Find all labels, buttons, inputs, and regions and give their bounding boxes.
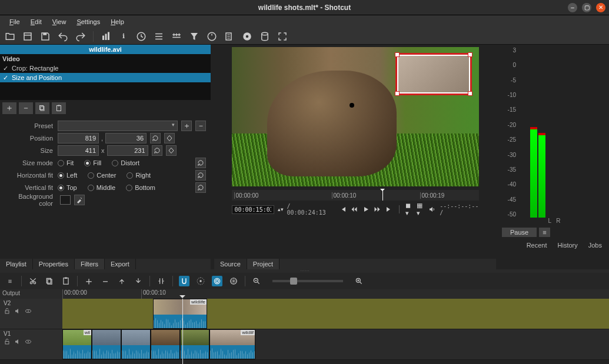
hide-icon[interactable] xyxy=(25,308,32,316)
preset-remove-button[interactable]: － xyxy=(195,121,206,131)
size-w-input[interactable] xyxy=(58,145,99,156)
hfit-reset-button[interactable] xyxy=(195,170,206,181)
skip-end-button[interactable] xyxy=(385,205,393,214)
filter-item-sizepos[interactable]: ✓ Size and Position xyxy=(0,73,211,82)
position-x-input[interactable] xyxy=(58,133,99,143)
lift-icon[interactable] xyxy=(117,276,127,286)
rewind-button[interactable] xyxy=(350,205,358,214)
lock-icon[interactable] xyxy=(4,338,11,346)
vfit-bottom-radio[interactable]: Bottom xyxy=(126,184,155,191)
hfit-center-radio[interactable]: Center xyxy=(88,172,116,179)
maximize-button[interactable]: ▢ xyxy=(582,3,591,12)
size-keyframe-button[interactable] xyxy=(166,145,177,156)
close-button[interactable]: ✕ xyxy=(596,3,605,12)
ripple-all-icon[interactable] xyxy=(228,276,239,286)
position-keyframe-button[interactable] xyxy=(164,133,175,143)
append-icon[interactable]: ＋ xyxy=(84,276,94,286)
hfit-left-radio[interactable]: Left xyxy=(58,172,77,179)
clip[interactable]: wil xyxy=(62,329,92,359)
menu-help[interactable]: Help xyxy=(106,17,129,26)
split-icon[interactable] xyxy=(156,276,167,286)
bgcolor-swatch[interactable] xyxy=(60,195,71,205)
filter-item-crop[interactable]: ✓ Crop: Rectangle xyxy=(0,64,211,73)
play-button[interactable] xyxy=(362,205,370,214)
undo-icon[interactable] xyxy=(58,31,68,42)
bgcolor-picker-button[interactable] xyxy=(74,195,85,205)
playlist-menu-button[interactable]: ≡ xyxy=(539,228,550,237)
paste-filter-button[interactable] xyxy=(52,102,66,114)
jobs-icon[interactable] xyxy=(259,31,270,42)
skip-start-button[interactable] xyxy=(339,205,347,214)
properties-icon[interactable]: ℹ xyxy=(118,31,129,42)
clip[interactable] xyxy=(180,329,209,359)
playhead-icon[interactable] xyxy=(382,190,383,201)
copy-filter-button[interactable] xyxy=(35,102,49,114)
tab-source[interactable]: Source xyxy=(214,259,247,269)
track-header[interactable]: V2 xyxy=(0,299,62,329)
minimize-button[interactable]: – xyxy=(568,3,577,12)
menu-edit[interactable]: Edit xyxy=(26,17,46,26)
vfit-top-radio[interactable]: Top xyxy=(58,184,77,191)
pause-button[interactable]: Pause xyxy=(502,228,537,237)
clip[interactable]: wildlif xyxy=(209,329,255,359)
clip[interactable]: wildlife xyxy=(153,299,207,329)
recent-icon[interactable] xyxy=(136,31,147,42)
filters-icon[interactable] xyxy=(189,31,199,42)
lock-icon[interactable] xyxy=(4,308,11,316)
history-icon[interactable] xyxy=(224,31,235,42)
open-other-icon[interactable] xyxy=(22,31,33,42)
cut-icon[interactable] xyxy=(28,276,38,286)
peak-meter-icon[interactable] xyxy=(101,31,111,42)
menu-file[interactable]: File xyxy=(5,17,25,26)
paste-icon[interactable] xyxy=(61,276,71,286)
redo-icon[interactable] xyxy=(75,31,86,42)
sizemode-fit-radio[interactable]: Fit xyxy=(58,159,74,166)
add-filter-button[interactable]: ＋ xyxy=(2,102,16,114)
scrub-icon[interactable] xyxy=(195,276,206,286)
preset-add-button[interactable]: ＋ xyxy=(181,121,192,131)
position-reset-button[interactable] xyxy=(150,133,161,143)
mute-icon[interactable] xyxy=(14,338,21,346)
hfit-right-radio[interactable]: Right xyxy=(127,172,151,179)
remove-filter-button[interactable]: － xyxy=(19,102,33,114)
clip[interactable] xyxy=(151,329,180,359)
sizemode-fill-radio[interactable]: Fill xyxy=(84,159,101,166)
snap-icon[interactable] xyxy=(179,276,189,286)
export-icon[interactable] xyxy=(242,31,252,42)
size-reset-button[interactable] xyxy=(152,145,162,156)
tab-jobs[interactable]: Jobs xyxy=(584,241,607,250)
tab-history[interactable]: History xyxy=(553,241,583,250)
tab-export[interactable]: Export xyxy=(105,259,136,269)
vfit-middle-radio[interactable]: Middle xyxy=(88,184,115,191)
sizemode-reset-button[interactable] xyxy=(195,158,206,168)
track-header[interactable]: V1 xyxy=(0,329,62,359)
track-lane[interactable]: wildlife xyxy=(62,299,609,329)
video-preview[interactable] xyxy=(232,47,479,186)
tab-filters[interactable]: Filters xyxy=(75,259,105,269)
size-h-input[interactable] xyxy=(107,145,148,156)
tab-properties[interactable]: Properties xyxy=(33,259,75,269)
preset-dropdown[interactable] xyxy=(58,121,178,131)
timecode-input[interactable] xyxy=(232,205,274,214)
fullscreen-icon[interactable] xyxy=(277,31,288,42)
hide-icon[interactable] xyxy=(25,338,32,346)
sizemode-distort-radio[interactable]: Distort xyxy=(112,159,139,166)
open-icon[interactable] xyxy=(5,31,15,42)
tab-playlist[interactable]: Playlist xyxy=(0,259,33,269)
menu-settings[interactable]: Settings xyxy=(72,17,105,26)
volume-button[interactable] xyxy=(428,205,437,214)
timeline-ruler[interactable]: Output 00:00:00 00:00:10 xyxy=(0,289,609,299)
player-ruler[interactable]: 00:00:00 00:00:10 00:00:19 xyxy=(232,190,479,201)
clip[interactable] xyxy=(92,329,121,359)
timeline-icon[interactable] xyxy=(171,31,182,42)
timeline-menu-button[interactable]: ≡ xyxy=(5,276,15,286)
pip-overlay[interactable] xyxy=(395,53,472,95)
remove-icon[interactable]: － xyxy=(100,276,111,286)
grid-menu-button[interactable]: ▦ ▾ xyxy=(417,205,425,214)
overwrite-icon[interactable] xyxy=(133,276,144,286)
timeline-playhead[interactable] xyxy=(182,299,183,364)
zoom-in-icon[interactable] xyxy=(354,276,364,286)
playlist-icon[interactable] xyxy=(154,31,164,42)
clip[interactable] xyxy=(121,329,151,359)
mute-icon[interactable] xyxy=(14,308,21,316)
